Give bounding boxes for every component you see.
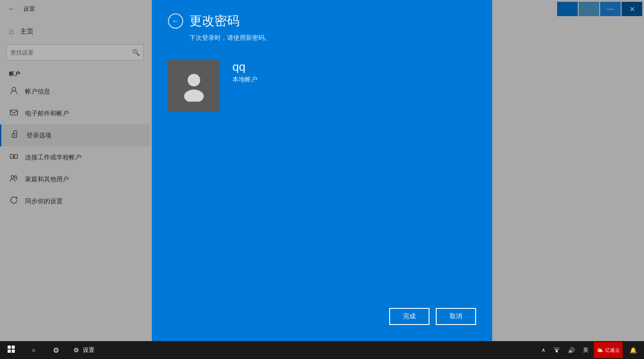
start-button[interactable] [0, 341, 22, 359]
svg-rect-13 [12, 350, 15, 353]
username: qq [232, 60, 258, 74]
dialog-back-button[interactable]: ← [168, 13, 183, 29]
notification-icon: 🔔 [630, 347, 637, 354]
yiyunyun-icon: ⛅ [597, 347, 603, 353]
taskbar-network-icon[interactable] [551, 341, 562, 359]
user-info: qq 本地帐户 [232, 60, 258, 84]
volume-icon: 🔊 [568, 347, 575, 354]
yiyunyun-badge[interactable]: ⛅ 亿速云 [594, 342, 623, 358]
yiyunyun-label: 亿速云 [605, 347, 620, 354]
dialog-title: 更改密码 [189, 13, 240, 30]
svg-point-8 [188, 74, 200, 86]
start-icon [8, 346, 15, 355]
taskbar-settings-icon: ⚙ [73, 346, 79, 354]
network-icon [554, 346, 560, 354]
taskbar-caret[interactable]: ∧ [539, 341, 548, 359]
cancel-button[interactable]: 取消 [436, 308, 476, 325]
svg-rect-11 [12, 346, 15, 349]
svg-rect-12 [8, 350, 11, 353]
confirm-button[interactable]: 完成 [389, 308, 429, 325]
taskbar-notification[interactable]: 🔔 [627, 341, 640, 359]
account-type: 本地帐户 [232, 76, 258, 84]
svg-rect-10 [8, 346, 11, 349]
taskbar-settings-app[interactable]: ⚙ 设置 [67, 341, 101, 359]
dialog-footer: 完成 取消 [152, 295, 492, 341]
taskbar: ○ ⚙ ⚙ 设置 ∧ 🔊 英 ⛅ 亿速云 [0, 341, 644, 359]
taskbar-right: ∧ 🔊 英 ⛅ 亿速云 🔔 [539, 341, 644, 359]
taskbar-settings-label: 设置 [83, 346, 94, 354]
dialog-back-icon: ← [172, 17, 179, 25]
language-label: 英 [583, 346, 588, 354]
svg-point-9 [184, 90, 204, 102]
svg-rect-16 [554, 347, 560, 348]
svg-rect-14 [556, 350, 558, 352]
taskbar-cortana-icon: ⚙ [53, 346, 59, 355]
taskbar-search-icon: ○ [32, 346, 35, 354]
taskbar-language[interactable]: 英 [580, 341, 591, 359]
taskbar-volume[interactable]: 🔊 [565, 341, 578, 359]
svg-rect-15 [554, 349, 559, 350]
change-password-dialog: ← 更改密码 下次登录时，请使用新密码。 qq 本地帐户 完成 取消 [152, 0, 492, 341]
taskbar-search-button[interactable]: ○ [22, 341, 45, 359]
caret-icon: ∧ [541, 347, 545, 353]
taskbar-cortana-button[interactable]: ⚙ [45, 341, 67, 359]
user-avatar [168, 60, 220, 112]
dialog-overlay: ← 更改密码 下次登录时，请使用新密码。 qq 本地帐户 完成 取消 [0, 0, 644, 341]
dialog-header: ← 更改密码 [152, 0, 492, 30]
dialog-subtitle: 下次登录时，请使用新密码。 [173, 30, 492, 42]
dialog-body: qq 本地帐户 [152, 42, 492, 203]
